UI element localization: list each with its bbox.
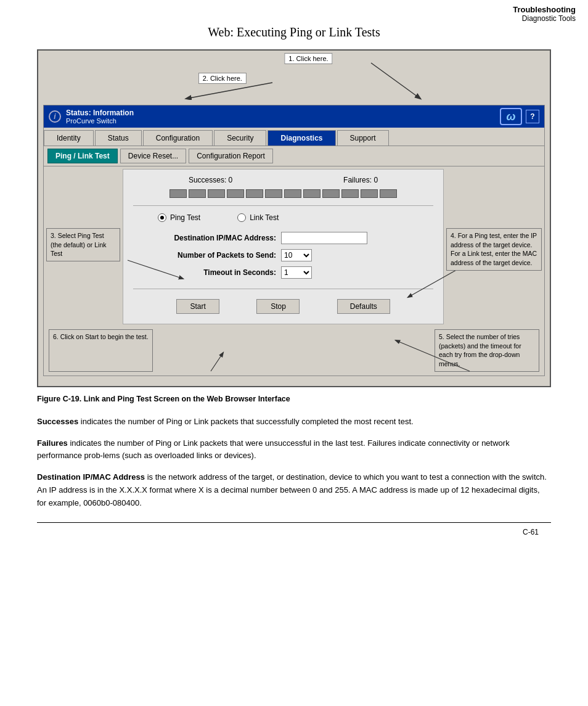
screenshot-container: 1. Click here. 2. Click here. i [37,49,551,387]
prog-bar-2 [189,189,206,198]
note-5: 5. Select the number of tries (packets) … [435,329,539,372]
page-title: Web: Executing Ping or Link Tests [37,25,551,39]
page-number: C-61 [37,528,551,536]
status-subtitle: ProCurve Switch [66,117,134,125]
tab-security[interactable]: Security [214,130,266,146]
prog-bar-9 [322,189,340,198]
bottom-rule [37,522,551,523]
para-1-text: indicates the number of Ping or Link pac… [78,417,413,426]
form-area: Destination IP/MAC Address: Number of Pa… [133,232,433,279]
ping-test-label: Ping Test [170,213,200,222]
content-wrapper: 3. Select Ping Test (the default) or Lin… [44,166,544,327]
browser-window: i Status: Information ProCurve Switch ω … [43,105,545,376]
para-1-bold: Successes [37,417,78,426]
sub-nav: Ping / Link Test Device Reset... Configu… [44,146,544,166]
divider [133,205,433,206]
failures-label: Failures: 0 [343,176,378,184]
dest-label: Destination IP/MAC Address: [145,234,281,242]
start-button[interactable]: Start [176,299,219,314]
prog-bar-5 [246,189,263,198]
dest-input[interactable] [281,232,367,244]
annotation-click-here-2: 2. Click here. [198,73,247,84]
tab-configuration[interactable]: Configuration [143,130,213,146]
prog-bar-12 [380,189,397,198]
annotation-click-here-1: 1. Click here. [284,53,332,64]
prog-bar-10 [341,189,359,198]
radio-ping-test[interactable]: Ping Test [158,213,200,222]
prog-bar-1 [169,189,187,198]
radio-ping-input[interactable] [158,213,166,222]
section-subtitle: Diagnostic Tools [513,14,576,23]
body-para-1: Successes indicates the number of Ping o… [37,416,551,429]
section-title: Troubleshooting [513,5,576,14]
subnav-ping-link-test[interactable]: Ping / Link Test [47,149,118,163]
form-row-packets: Number of Packets to Send: 10 20 50 [145,249,421,261]
note-4: 4. For a Ping test, enter the IP address… [446,228,542,271]
tab-support[interactable]: Support [337,130,389,146]
nav-tabs: Identity Status Configuration Security D… [44,128,544,146]
timeout-select[interactable]: 1 2 5 [281,266,312,279]
tab-diagnostics[interactable]: Diagnostics [267,130,335,146]
info-icon: i [49,110,61,123]
successes-label: Successes: 0 [189,176,232,184]
body-para-2: Failures indicates the number of Ping or… [37,437,551,463]
defaults-button[interactable]: Defaults [337,299,390,314]
tab-identity[interactable]: Identity [44,130,94,146]
form-row-timeout: Timeout in Seconds: 1 2 5 [145,266,421,279]
packets-label: Number of Packets to Send: [145,251,281,260]
figure-caption: Figure C-19. Link and Ping Test Screen o… [37,395,551,403]
note-3: 3. Select Ping Test (the default) or Lin… [46,228,120,261]
para-2-text: indicates the number of Ping or Link pac… [37,438,510,461]
hp-logo: ω [500,108,522,125]
prog-bar-4 [227,189,244,198]
stop-button[interactable]: Stop [256,299,300,314]
body-paragraphs: Successes indicates the number of Ping o… [37,416,551,510]
stats-row: Successes: 0 Failures: 0 [133,176,433,184]
progress-bars [133,189,433,198]
note-6: 6. Click on Start to begin the test. [49,329,153,372]
status-title: Status: Information [66,109,134,117]
subnav-device-reset[interactable]: Device Reset... [120,149,186,163]
timeout-label: Timeout in Seconds: [145,268,281,277]
para-2-bold: Failures [37,438,68,448]
subnav-config-report[interactable]: Configuration Report [189,149,273,163]
prog-bar-3 [208,189,225,198]
radio-link-test[interactable]: Link Test [237,213,279,222]
radio-link-input[interactable] [237,213,246,222]
divider-2 [133,289,433,289]
prog-bar-8 [303,189,321,198]
action-buttons: Start Stop Defaults [133,299,433,314]
page-header: Troubleshooting Diagnostic Tools [513,5,576,23]
radio-group: Ping Test Link Test [158,213,433,222]
help-button[interactable]: ? [526,110,539,123]
packets-select[interactable]: 10 20 50 [281,249,312,261]
form-row-dest: Destination IP/MAC Address: [145,232,421,244]
prog-bar-6 [265,189,282,198]
body-para-3: Destination IP/MAC Address is the networ… [37,471,551,509]
prog-bar-11 [361,189,378,198]
para-3-bold: Destination IP/MAC Address [37,472,145,482]
bottom-notes: 6. Click on Start to begin the test. 5. … [44,327,544,376]
browser-titlebar: i Status: Information ProCurve Switch ω … [44,105,544,128]
link-test-label: Link Test [250,213,279,222]
content-area: Successes: 0 Failures: 0 [123,169,444,324]
prog-bar-7 [284,189,301,198]
svg-line-1 [186,83,272,99]
svg-line-0 [371,63,420,99]
tab-status[interactable]: Status [95,130,142,146]
